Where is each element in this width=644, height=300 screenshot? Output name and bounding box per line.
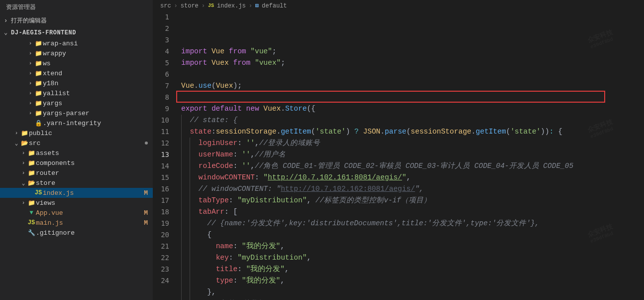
code-line[interactable]: userName: '',//用户名 <box>181 149 644 160</box>
chevron-right-icon: › <box>20 160 27 166</box>
tree-item-label: y18n <box>43 80 153 87</box>
code-line[interactable]: import Vuex from "vuex"; <box>181 57 644 69</box>
open-editors-section[interactable]: › 打开的编辑器 <box>0 14 153 27</box>
tree-item-label: public <box>29 130 153 137</box>
tree-item[interactable]: ›📁yallist <box>0 88 153 98</box>
code-line[interactable]: export default new Vuex.Store({ <box>181 103 644 115</box>
vue-icon: ▼ <box>27 209 36 217</box>
code-line[interactable] <box>181 69 644 80</box>
tree-item[interactable]: JSmain.jsM <box>0 218 153 228</box>
tree-item-label: assets <box>36 150 153 157</box>
js-icon: JS <box>34 189 43 197</box>
code-editor[interactable]: 123456789101112131415161718192021222324 … <box>153 11 644 300</box>
code-line[interactable]: roleCode: '',//角色 CODE_01-管理员 CODE_02-审核… <box>181 160 644 172</box>
modified-badge: M <box>144 219 148 227</box>
tree-item[interactable]: 🔧.gitignore <box>0 228 153 238</box>
chevron-down-icon: ⌄ <box>20 180 27 186</box>
folder-icon: 📁 <box>34 69 43 77</box>
folder-icon: 📁 <box>34 89 43 97</box>
tree-item[interactable]: ›📁views <box>0 198 153 208</box>
tree-item-label: src <box>29 140 145 147</box>
tree-item[interactable]: ▼App.vueM <box>0 208 153 218</box>
tree-item-label: xtend <box>43 70 153 77</box>
tree-item[interactable]: ›📁components <box>0 158 153 168</box>
tree-item-label: views <box>36 199 153 207</box>
explorer-title: 资源管理器 <box>0 0 153 14</box>
tree-item-label: index.js <box>43 189 144 197</box>
code-line[interactable]: // {name:'分发文件',key:'distributeDocuments… <box>181 218 644 229</box>
folder-icon: 📂 <box>20 139 29 147</box>
tree-item[interactable]: ›📁yargs-parser <box>0 108 153 118</box>
editor-area: downloadFile.vueindex.jsmain.jsvue.confi… <box>153 0 644 300</box>
breadcrumb[interactable]: src › store › JS index.js › ⊞ default <box>153 0 644 11</box>
chevron-right-icon: › <box>27 90 34 96</box>
tree-item-label: store <box>36 179 153 187</box>
tree-item-label: yargs <box>43 100 153 107</box>
tree-item[interactable]: ⌄📂store <box>0 178 153 188</box>
tree-item[interactable]: ›📁xtend <box>0 68 153 78</box>
code-line[interactable]: }, <box>181 287 644 298</box>
tree-item-label: wrappy <box>43 50 153 57</box>
project-name: DJ-AEGIS-FRONTEND <box>11 29 76 36</box>
chevron-down-icon: ⌄ <box>4 29 9 36</box>
tree-item[interactable]: ›📁ws <box>0 58 153 68</box>
tree-item[interactable]: ›📁wrap-ansi <box>0 38 153 48</box>
chevron-right-icon: › <box>20 200 27 206</box>
folder-icon: 📂 <box>27 179 36 187</box>
chevron-right-icon: › <box>27 100 34 106</box>
tree-item-label: components <box>36 159 153 167</box>
dirty-dot-icon <box>145 142 148 145</box>
code-line[interactable]: tabArr: [ <box>181 206 644 218</box>
tree-item-label: router <box>36 169 153 177</box>
code-line[interactable]: tabType: "myDistribution", //标签页的类型控制v-i… <box>181 195 644 206</box>
chevron-right-icon: › <box>27 50 34 56</box>
code-line[interactable]: type: "我的分发", <box>181 275 644 287</box>
chevron-right-icon: › <box>27 110 34 116</box>
code-line[interactable]: key: "myDistribution", <box>181 252 644 264</box>
code-line[interactable]: // windowCONTENT: "http://10.7.102.162:8… <box>181 183 644 195</box>
folder-icon: 📁 <box>27 159 36 167</box>
tree-item[interactable]: JSindex.jsM <box>0 188 153 198</box>
folder-icon: 📁 <box>34 99 43 107</box>
code-line[interactable]: { <box>181 229 644 241</box>
code-line[interactable]: loginUser: '',//登录人的域账号 <box>181 138 644 149</box>
tree-item[interactable]: ›📁wrappy <box>0 48 153 58</box>
code-line[interactable]: state:sessionStorage.getItem('state') ? … <box>181 126 644 138</box>
code-content[interactable]: import Vue from "vue";import Vuex from "… <box>178 11 644 300</box>
folder-icon: 📁 <box>27 149 36 157</box>
code-line[interactable]: // state: { <box>181 115 644 126</box>
file-icon: 🔒 <box>34 119 43 127</box>
code-line[interactable]: name: "我的分发", <box>181 241 644 252</box>
modified-badge: M <box>144 189 148 197</box>
code-line[interactable]: title: "我的分发", <box>181 264 644 275</box>
tree-item[interactable]: ›📁assets <box>0 148 153 158</box>
folder-icon: 📁 <box>34 39 43 47</box>
tree-item[interactable]: ⌄📂src <box>0 138 153 148</box>
folder-icon: 📁 <box>34 109 43 117</box>
code-line[interactable]: ], //标签页的数组 <box>181 298 644 300</box>
folder-icon: 📁 <box>34 79 43 87</box>
tree-item-label: yargs-parser <box>43 110 153 117</box>
code-line[interactable]: windowCONTENT: "http://10.7.102.161:8081… <box>181 172 644 183</box>
chevron-right-icon: › <box>4 17 9 24</box>
folder-icon: 📁 <box>34 59 43 67</box>
chevron-right-icon: › <box>27 40 34 46</box>
tree-item[interactable]: ›📁yargs <box>0 98 153 108</box>
chevron-right-icon: › <box>13 130 20 136</box>
tree-item[interactable]: 🔒.yarn-integrity <box>0 118 153 128</box>
tree-item-label: .yarn-integrity <box>43 120 153 127</box>
tree-item-label: main.js <box>36 219 144 227</box>
tree-item-label: ws <box>43 60 153 67</box>
tree-item[interactable]: ›📁y18n <box>0 78 153 88</box>
line-gutter: 123456789101112131415161718192021222324 <box>153 11 178 300</box>
tree-item[interactable]: ›📁router <box>0 168 153 178</box>
project-section[interactable]: ⌄ DJ-AEGIS-FRONTEND <box>0 27 153 38</box>
chevron-down-icon: ⌄ <box>13 140 20 147</box>
code-line[interactable]: import Vue from "vue"; <box>181 46 644 57</box>
js-icon: JS <box>27 219 36 227</box>
code-line[interactable] <box>181 92 644 103</box>
tree-item-label: App.vue <box>36 209 144 217</box>
sidebar: 资源管理器 › 打开的编辑器 ⌄ DJ-AEGIS-FRONTEND ›📁wra… <box>0 0 153 300</box>
code-line[interactable]: Vue.use(Vuex); <box>181 80 644 92</box>
tree-item[interactable]: ›📁public <box>0 128 153 138</box>
